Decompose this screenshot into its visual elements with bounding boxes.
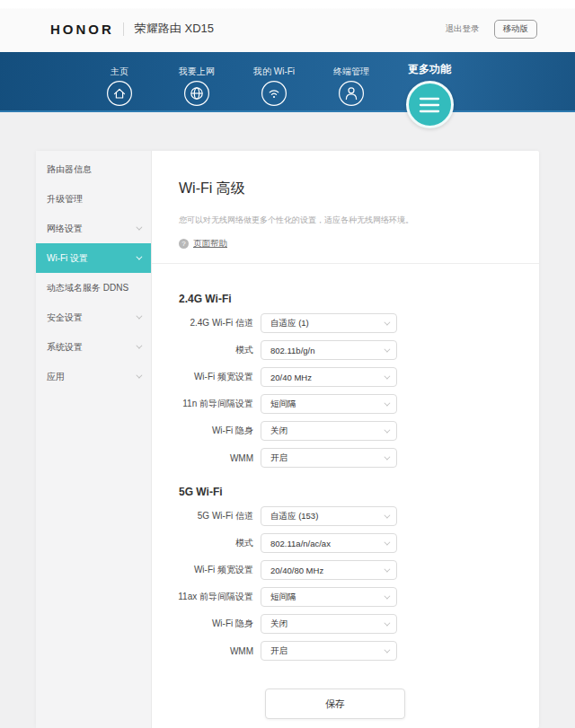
sidebar-item-system[interactable]: 系统设置 [36, 332, 151, 362]
settings-sidebar: 路由器信息 升级管理 网络设置 Wi-Fi 设置 动态域名服务 DDNS 安全设… [36, 151, 152, 728]
section-heading-5g: 5G Wi-Fi [179, 486, 539, 498]
page-title: Wi-Fi 高级 [179, 180, 512, 198]
field-label: 11n 前导间隔设置 [152, 398, 261, 410]
sidebar-item-security[interactable]: 安全设置 [36, 303, 151, 332]
field-label: 2.4G Wi-Fi 信道 [152, 317, 261, 329]
form-row: 2.4G Wi-Fi 信道 自适应 (1) [152, 313, 539, 333]
section-heading-2g4: 2.4G Wi-Fi [179, 293, 539, 305]
sidebar-item-network-settings[interactable]: 网络设置 [36, 214, 151, 243]
select-value: 短间隔 [270, 592, 296, 603]
page-description: 您可以对无线网络做更多个性化的设置，适应各种无线网络环境。 [179, 215, 512, 226]
field-label: Wi-Fi 频宽设置 [152, 371, 261, 383]
select-value: 关闭 [270, 618, 288, 630]
nav-item-label: 我要上网 [179, 66, 215, 77]
select-value: 20/40/80 MHz [270, 566, 323, 575]
select-value: 开启 [270, 452, 288, 464]
sidebar-item-label: Wi-Fi 设置 [47, 252, 88, 265]
logout-link[interactable]: 退出登录 [446, 23, 480, 35]
page-help-link[interactable]: ? 页面帮助 [179, 238, 512, 250]
sidebar-item-label: 动态域名服务 DDNS [47, 282, 128, 294]
form-row: Wi-Fi 频宽设置 20/40/80 MHz [152, 560, 539, 580]
nav-item-label: 主页 [111, 66, 128, 77]
home-icon [106, 80, 133, 107]
form-row: Wi-Fi 隐身 关闭 [152, 421, 539, 441]
guard-interval-select-5g[interactable]: 短间隔 [261, 587, 397, 607]
select-value: 自适应 (1) [270, 318, 309, 329]
chevron-down-icon [384, 319, 390, 325]
field-label: Wi-Fi 隐身 [152, 425, 261, 437]
field-label: 5G Wi-Fi 信道 [152, 510, 261, 522]
user-icon [338, 80, 365, 107]
question-mark-icon: ? [179, 239, 189, 249]
sidebar-item-label: 应用 [47, 371, 65, 383]
sidebar-item-wifi-settings[interactable]: Wi-Fi 设置 [36, 243, 151, 273]
field-label: WMM [152, 646, 261, 656]
select-value: 802.11b/g/n [270, 346, 314, 355]
chevron-down-icon [384, 566, 390, 572]
sidebar-item-label: 升级管理 [47, 193, 83, 206]
select-value: 20/40 MHz [270, 373, 312, 382]
chevron-down-icon [136, 254, 142, 260]
field-label: Wi-Fi 频宽设置 [152, 564, 261, 576]
chevron-down-icon [136, 224, 142, 231]
section-divider [152, 263, 539, 264]
nav-item-devices[interactable]: 终端管理 [311, 66, 392, 107]
sidebar-item-label: 安全设置 [47, 311, 83, 324]
bandwidth-select-2g4[interactable]: 20/40 MHz [261, 367, 397, 387]
chevron-down-icon [384, 646, 390, 653]
sidebar-item-router-info[interactable]: 路由器信息 [36, 154, 151, 184]
field-label: 11ax 前导间隔设置 [152, 591, 261, 603]
sidebar-item-upgrade[interactable]: 升级管理 [36, 184, 151, 214]
nav-item-label: 我的 Wi-Fi [253, 66, 295, 77]
field-label: WMM [152, 453, 261, 463]
wifi-icon [261, 80, 288, 107]
save-button[interactable]: 保存 [265, 689, 405, 719]
chevron-down-icon [384, 399, 390, 406]
chevron-down-icon [136, 313, 142, 320]
sidebar-item-ddns[interactable]: 动态域名服务 DDNS [36, 273, 151, 303]
sidebar-item-label: 系统设置 [47, 341, 83, 354]
form-row: 模式 802.11a/n/ac/ax [152, 533, 539, 553]
top-header: HONOR 荣耀路由 XD15 退出登录 移动版 [0, 0, 575, 52]
nav-item-home[interactable]: 主页 [79, 66, 160, 107]
sidebar-item-apps[interactable]: 应用 [36, 362, 151, 391]
chevron-down-icon [384, 592, 390, 599]
channel-select-5g[interactable]: 自适应 (153) [261, 506, 397, 526]
form-row: 11n 前导间隔设置 短间隔 [152, 394, 539, 414]
globe-icon [183, 80, 210, 107]
form-row: WMM 开启 [152, 448, 539, 468]
nav-item-internet[interactable]: 我要上网 [156, 66, 237, 107]
brand-separator [123, 22, 124, 36]
sidebar-item-label: 路由器信息 [47, 163, 92, 176]
form-row: 5G Wi-Fi 信道 自适应 (153) [152, 506, 539, 526]
hidden-wifi-select-2g4[interactable]: 关闭 [261, 421, 397, 441]
nav-item-my-wifi[interactable]: 我的 Wi-Fi [234, 66, 314, 107]
chevron-down-icon [384, 453, 390, 460]
form-row: 11ax 前导间隔设置 短间隔 [152, 587, 539, 607]
chevron-down-icon [136, 343, 142, 349]
wmm-select-5g[interactable]: 开启 [261, 641, 397, 661]
bandwidth-select-5g[interactable]: 20/40/80 MHz [261, 560, 397, 580]
device-name: 荣耀路由 XD15 [135, 21, 214, 37]
form-row: Wi-Fi 隐身 关闭 [152, 614, 539, 634]
select-value: 关闭 [270, 425, 288, 437]
chevron-down-icon [384, 426, 390, 433]
mode-select-5g[interactable]: 802.11a/n/ac/ax [261, 533, 397, 553]
chevron-down-icon [384, 539, 390, 545]
channel-select-2g4[interactable]: 自适应 (1) [261, 313, 397, 333]
wmm-select-2g4[interactable]: 开启 [261, 448, 397, 468]
field-label: Wi-Fi 隐身 [152, 618, 261, 630]
hidden-wifi-select-5g[interactable]: 关闭 [261, 614, 397, 634]
form-row: 模式 802.11b/g/n [152, 340, 539, 360]
select-value: 短间隔 [270, 399, 296, 410]
nav-item-label: 终端管理 [333, 66, 369, 77]
honor-logo: HONOR [50, 22, 114, 37]
settings-content: Wi-Fi 高级 您可以对无线网络做更多个性化的设置，适应各种无线网络环境。 ?… [152, 151, 539, 728]
mobile-version-button[interactable]: 移动版 [494, 20, 538, 39]
chevron-down-icon [384, 512, 390, 518]
nav-item-more-functions[interactable]: 更多功能 [386, 63, 473, 128]
select-value: 自适应 (153) [270, 511, 318, 522]
nav-item-label: 更多功能 [408, 63, 451, 76]
guard-interval-select-2g4[interactable]: 短间隔 [261, 394, 397, 414]
mode-select-2g4[interactable]: 802.11b/g/n [261, 340, 397, 360]
